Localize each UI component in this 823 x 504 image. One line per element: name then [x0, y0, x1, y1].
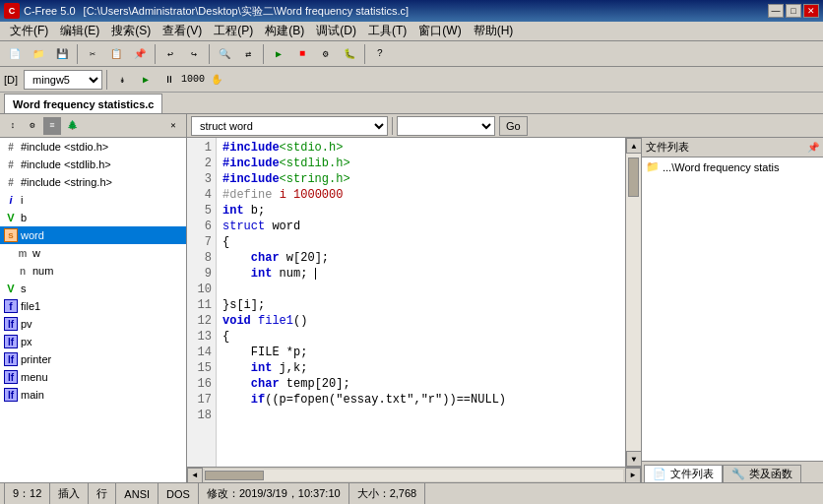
menu-debug[interactable]: 调试(D): [310, 22, 362, 40]
left-panel: ↕ ⚙ ≡ 🌲 ✕ # #include <stdio.h> # #includ…: [0, 114, 187, 482]
app-icon: C: [4, 3, 20, 19]
undo-btn[interactable]: ↩: [159, 43, 181, 65]
menu-tools[interactable]: 工具(T): [362, 22, 412, 40]
paste-btn[interactable]: 📌: [129, 43, 151, 65]
tree-btn[interactable]: 🌲: [63, 117, 81, 135]
var-i-icon: i: [4, 193, 18, 207]
tree-member-w[interactable]: m w: [0, 244, 186, 262]
h-scroll-track[interactable]: [205, 470, 623, 481]
status-encoding: ANSI: [116, 483, 158, 504]
run-btn[interactable]: ▶: [268, 43, 289, 65]
menu-view[interactable]: 查看(V): [157, 22, 208, 40]
go-button[interactable]: Go: [499, 116, 528, 136]
tree-include-string[interactable]: # #include <string.h>: [0, 173, 186, 191]
menu-bar: 文件(F) 编辑(E) 搜索(S) 查看(V) 工程(P) 构建(B) 调试(D…: [0, 22, 823, 41]
pause-btn[interactable]: ⏸: [158, 69, 180, 91]
scroll-track[interactable]: [626, 154, 641, 451]
find-btn[interactable]: 🔍: [214, 43, 235, 65]
copy-btn[interactable]: 📋: [105, 43, 127, 65]
tree-item-i: i: [21, 194, 23, 206]
help-btn[interactable]: ?: [369, 43, 391, 65]
menu-edit[interactable]: 编辑(E): [54, 22, 105, 40]
file-tree-item[interactable]: 📁 ...\Word frequency statis: [644, 159, 821, 174]
menu-search[interactable]: 搜索(S): [105, 22, 157, 40]
member-selector[interactable]: [397, 116, 495, 136]
tree-member-num[interactable]: n num: [0, 262, 186, 280]
scroll-right-btn[interactable]: ►: [625, 468, 641, 483]
cut-btn[interactable]: ✂: [82, 43, 103, 65]
tree-func-main[interactable]: lf main: [0, 386, 186, 404]
tree-include-stdio[interactable]: # #include <stdio.h>: [0, 138, 186, 156]
replace-btn[interactable]: ⇄: [237, 43, 259, 65]
tree-include-stdlib[interactable]: # #include <stdlib.h>: [0, 156, 186, 173]
minimize-button[interactable]: —: [768, 4, 784, 18]
step-btn[interactable]: ↡: [111, 69, 133, 91]
debug-btn[interactable]: 🐛: [339, 43, 360, 65]
close-panel-btn[interactable]: ✕: [164, 117, 182, 135]
tree-item-text: #include <stdio.h>: [21, 141, 108, 153]
filter-btn[interactable]: ⚙: [24, 117, 41, 135]
sort-btn[interactable]: ↕: [4, 117, 22, 135]
sep6: [106, 70, 107, 90]
tree-var-b[interactable]: V b: [0, 209, 186, 226]
menu-file[interactable]: 文件(F): [4, 22, 54, 40]
tree-item-main: main: [21, 389, 44, 401]
tab-classes[interactable]: 🔧 类及函数: [723, 465, 801, 482]
scroll-left-btn[interactable]: ◄: [187, 468, 203, 483]
scroll-up-btn[interactable]: ▲: [626, 138, 641, 154]
sep3: [209, 44, 210, 64]
h-scroll-thumb[interactable]: [205, 471, 264, 480]
maximize-button[interactable]: □: [786, 4, 801, 18]
tree-var-px[interactable]: lf px: [0, 333, 186, 350]
redo-btn[interactable]: ↪: [183, 43, 205, 65]
stop-btn[interactable]: ■: [291, 43, 313, 65]
tab-file-list[interactable]: 📄 文件列表: [644, 465, 723, 482]
tree-func-menu[interactable]: lf menu: [0, 368, 186, 386]
menu-build[interactable]: 构建(B): [259, 22, 310, 40]
vertical-scrollbar[interactable]: ▲ ▼: [625, 138, 641, 467]
tree-item-num: num: [32, 265, 53, 277]
func-f-icon4: lf: [4, 388, 18, 402]
menu-project[interactable]: 工程(P): [208, 22, 259, 40]
scroll-thumb[interactable]: [628, 158, 639, 197]
list-btn[interactable]: ≡: [43, 117, 61, 135]
compiler-selector[interactable]: mingw5: [24, 70, 102, 90]
scroll-down-btn[interactable]: ▼: [626, 451, 641, 467]
menu-help[interactable]: 帮助(H): [468, 22, 520, 40]
status-size: 大小：2,768: [349, 483, 426, 504]
build-btn[interactable]: ⚙: [315, 43, 337, 65]
member-m-icon: m: [16, 246, 30, 260]
symbol-selector[interactable]: struct word: [191, 116, 388, 136]
tree-var-pv[interactable]: lf pv: [0, 315, 186, 333]
new-file-btn[interactable]: 📄: [4, 43, 26, 65]
tree-func-file1[interactable]: f file1: [0, 297, 186, 315]
tree-item-text3: #include <string.h>: [21, 176, 112, 188]
code-toolbar: struct word Go: [187, 114, 823, 138]
counter-btn[interactable]: 1000: [182, 69, 204, 91]
main-toolbar: 📄 📁 💾 ✂ 📋 📌 ↩ ↪ 🔍 ⇄ ▶ ■ ⚙ 🐛 ?: [0, 41, 823, 67]
menu-window[interactable]: 窗口(W): [412, 22, 467, 40]
tree-struct-word[interactable]: S word: [0, 226, 186, 244]
file-list-bottom-tabs: 📄 文件列表 🔧 类及函数: [642, 461, 823, 482]
compiler-label: [D]: [4, 74, 18, 86]
main-area: ↕ ⚙ ≡ 🌲 ✕ # #include <stdio.h> # #includ…: [0, 114, 823, 482]
func-f-icon2: lf: [4, 352, 18, 366]
tree-func-printer[interactable]: lf printer: [0, 350, 186, 368]
tree-var-s[interactable]: V s: [0, 280, 186, 297]
code-editor[interactable]: #include<stdio.h> #include<stdlib.h> #in…: [217, 138, 625, 467]
app-name: C-Free 5.0: [24, 5, 76, 17]
tree-item-s: s: [21, 283, 27, 294]
open-btn[interactable]: 📁: [28, 43, 49, 65]
tab-word-freq[interactable]: Word frequency statistics.c: [4, 94, 162, 113]
hash-icon2: #: [4, 158, 18, 171]
tree-item-pv: pv: [21, 318, 32, 330]
save-btn[interactable]: 💾: [51, 43, 73, 65]
tree-var-i[interactable]: i i: [0, 191, 186, 209]
close-button[interactable]: ✕: [803, 4, 819, 18]
play-btn[interactable]: ▶: [135, 69, 157, 91]
pin-button[interactable]: 📌: [807, 142, 819, 153]
var-v-icon: V: [4, 211, 18, 224]
hand-btn[interactable]: ✋: [206, 69, 227, 91]
sep1: [77, 44, 78, 64]
tab-bar: Word frequency statistics.c: [0, 93, 823, 114]
